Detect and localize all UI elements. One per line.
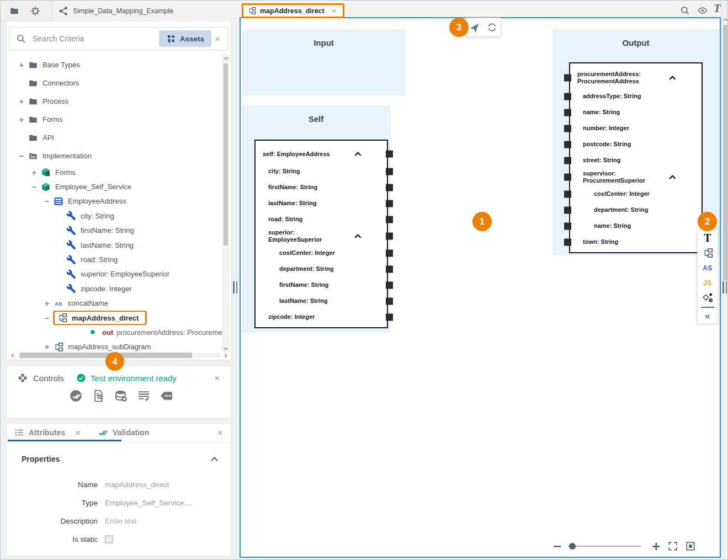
tree-item[interactable]: city: String <box>7 209 222 223</box>
port-handle[interactable] <box>564 93 571 100</box>
tree-item[interactable]: −EmployeeAddress <box>7 194 222 209</box>
zoom-out-button[interactable]: − <box>553 540 561 552</box>
port-handle[interactable] <box>564 141 571 148</box>
port-handle[interactable] <box>386 184 393 191</box>
node-attribute-row[interactable]: town: String <box>570 234 702 250</box>
project-chip[interactable]: Simple_Data_Mapping_Example <box>52 1 237 22</box>
node-attribute-row[interactable]: zipcode: Integer <box>256 309 387 325</box>
tree-expander-icon[interactable]: + <box>15 97 28 106</box>
port-handle[interactable] <box>386 265 393 273</box>
port-handle[interactable] <box>564 222 571 230</box>
collapse-left-icon[interactable]: « <box>698 308 718 323</box>
port-handle[interactable] <box>386 200 393 207</box>
node-header-row[interactable]: procurementAddress: ProcurementAddress <box>570 67 702 88</box>
node-attribute-row[interactable]: city: String <box>256 163 387 179</box>
chevron-up-icon[interactable] <box>210 456 219 462</box>
chevron-up-icon[interactable] <box>354 234 362 239</box>
tab-attributes[interactable]: Attributes × <box>7 428 84 438</box>
output-node[interactable]: procurementAddress: ProcurementAddressad… <box>569 62 703 253</box>
node-attribute-row[interactable]: addressType: String <box>570 88 702 104</box>
assign-script-tool-icon[interactable]: AS <box>698 260 718 275</box>
tree-vertical-scrollbar[interactable] <box>222 55 230 353</box>
node-attribute-row[interactable]: road: String <box>256 211 387 227</box>
tree-item[interactable]: firstName: String <box>7 223 222 238</box>
node-attribute-row[interactable]: number: Integer <box>570 120 702 136</box>
tree-item[interactable]: outprocurementAddress: Procurement. <box>7 325 222 339</box>
fit-view-icon[interactable] <box>686 541 695 551</box>
port-handle[interactable] <box>564 125 571 132</box>
flow-node-tool-icon[interactable] <box>698 290 718 305</box>
port-handle[interactable] <box>386 249 393 257</box>
chevron-up-icon[interactable] <box>669 76 676 81</box>
tree-expander-icon[interactable]: + <box>15 115 28 124</box>
tree-item[interactable]: road: String <box>7 252 222 266</box>
is-static-checkbox[interactable] <box>105 535 113 543</box>
close-icon[interactable]: × <box>211 374 223 383</box>
scroll-left-icon[interactable] <box>9 351 17 359</box>
close-icon[interactable]: × <box>72 428 84 438</box>
tree-item[interactable]: −mapAddress_direct <box>7 311 222 325</box>
right-splitter-handle[interactable] <box>721 281 728 294</box>
port-handle[interactable] <box>564 174 571 181</box>
tree-item[interactable]: +Base Types <box>7 56 222 74</box>
tree-item[interactable]: superior: EmployeeSuperior <box>7 267 222 281</box>
port-handle[interactable] <box>386 281 393 289</box>
text-tool-icon[interactable]: T <box>698 231 718 246</box>
scroll-up-icon[interactable] <box>721 16 728 24</box>
assets-filter-button[interactable]: Assets <box>159 30 211 47</box>
port-handle[interactable] <box>564 238 571 246</box>
tree-item[interactable]: lastName: String <box>7 238 222 252</box>
tree-item[interactable]: +Process <box>7 92 222 110</box>
tree-item[interactable]: −Implementation <box>7 147 222 165</box>
tree-expander-icon[interactable]: + <box>15 60 28 70</box>
field-value[interactable]: mapAddress_direct <box>105 481 169 489</box>
port-handle[interactable] <box>386 216 393 223</box>
tree-item[interactable]: +ASconcatName <box>7 296 222 311</box>
task-check-icon[interactable] <box>68 388 83 403</box>
search-input[interactable] <box>31 34 159 44</box>
tree-expander-icon[interactable]: − <box>15 151 28 161</box>
zoom-in-button[interactable]: + <box>652 540 660 552</box>
gear-icon[interactable] <box>28 4 42 18</box>
database-clear-icon[interactable] <box>114 388 128 403</box>
tree-expander-icon[interactable]: − <box>28 182 40 191</box>
node-attribute-row[interactable]: postcode: String <box>570 136 702 152</box>
port-handle[interactable] <box>386 151 393 158</box>
tree-expander-icon[interactable]: + <box>41 342 53 351</box>
tree-item[interactable]: +Forms <box>7 165 222 179</box>
node-attribute-row[interactable]: firstName: String <box>256 179 387 195</box>
mapping-canvas[interactable]: Input Self Output self: EmployeeAddressc… <box>240 17 721 558</box>
tree-expander-icon[interactable]: − <box>41 313 53 323</box>
port-handle[interactable] <box>386 233 393 240</box>
port-handle[interactable] <box>564 157 571 164</box>
node-header-row[interactable]: self: EmployeeAddress <box>256 145 387 163</box>
node-attribute-row[interactable]: lastName: String <box>256 293 387 309</box>
search-icon[interactable] <box>678 4 692 17</box>
js-script-tool-icon[interactable]: JS <box>698 275 718 290</box>
mapping-icon[interactable] <box>698 246 718 260</box>
close-icon[interactable]: × <box>211 34 224 44</box>
zoom-slider[interactable] <box>568 546 641 547</box>
tree-expander-icon[interactable]: + <box>41 298 53 308</box>
port-handle[interactable] <box>386 168 393 175</box>
tag-more-icon[interactable] <box>159 388 173 403</box>
port-handle[interactable] <box>564 74 571 82</box>
tree-item[interactable]: −Employee_Self_Service <box>7 179 222 194</box>
document-search-icon[interactable] <box>91 388 105 403</box>
node-attribute-row[interactable]: street: String <box>570 152 702 168</box>
port-handle[interactable] <box>564 190 571 198</box>
list-check-icon[interactable] <box>136 388 151 403</box>
fullscreen-icon[interactable] <box>668 541 678 551</box>
left-splitter-handle[interactable] <box>232 281 238 294</box>
node-attribute-row[interactable]: costCenter: Integer <box>256 245 387 261</box>
tree-item[interactable]: +Forms <box>7 110 222 129</box>
scroll-up-icon[interactable] <box>222 55 230 62</box>
close-icon[interactable]: × <box>328 7 340 15</box>
node-attribute-row[interactable]: lastName: String <box>256 195 387 211</box>
zoom-slider-knob[interactable] <box>569 543 576 550</box>
scrollbar-thumb[interactable] <box>224 63 228 246</box>
close-icon[interactable]: × <box>214 428 226 438</box>
node-attribute-row[interactable]: costCenter: Integer <box>570 186 702 202</box>
tree-expander-icon[interactable]: + <box>28 168 40 177</box>
node-attribute-row[interactable]: firstName: String <box>256 277 387 293</box>
